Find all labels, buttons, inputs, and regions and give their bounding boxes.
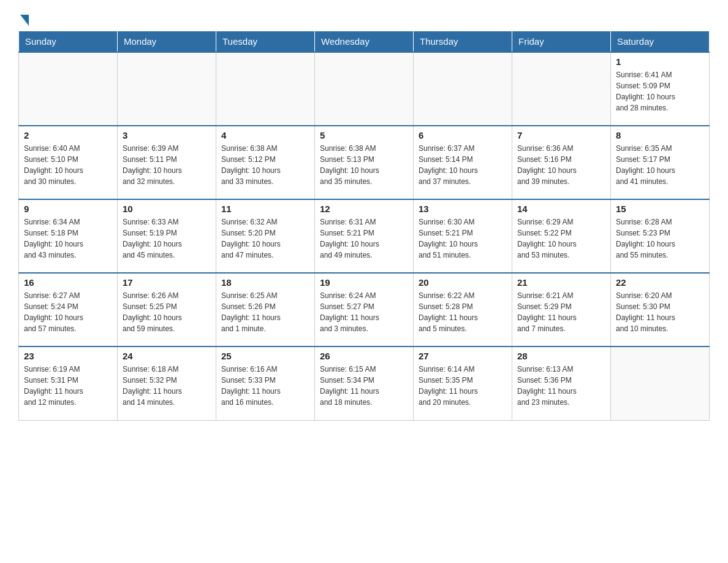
col-header-friday: Friday	[512, 31, 611, 53]
calendar-cell: 15Sunrise: 6:28 AM Sunset: 5:23 PM Dayli…	[611, 199, 710, 273]
day-info: Sunrise: 6:28 AM Sunset: 5:23 PM Dayligh…	[616, 216, 704, 261]
day-number: 21	[517, 277, 605, 288]
col-header-tuesday: Tuesday	[216, 31, 315, 53]
day-info: Sunrise: 6:40 AM Sunset: 5:10 PM Dayligh…	[24, 143, 112, 187]
day-info: Sunrise: 6:22 AM Sunset: 5:28 PM Dayligh…	[419, 290, 507, 334]
calendar-cell: 28Sunrise: 6:13 AM Sunset: 5:36 PM Dayli…	[512, 347, 611, 420]
day-info: Sunrise: 6:33 AM Sunset: 5:19 PM Dayligh…	[123, 216, 211, 261]
calendar-cell: 27Sunrise: 6:14 AM Sunset: 5:35 PM Dayli…	[414, 347, 512, 420]
day-number: 10	[123, 204, 211, 214]
calendar-cell: 9Sunrise: 6:34 AM Sunset: 5:18 PM Daylig…	[19, 199, 118, 273]
calendar-cell: 8Sunrise: 6:35 AM Sunset: 5:17 PM Daylig…	[611, 126, 710, 199]
col-header-monday: Monday	[118, 31, 216, 53]
calendar-cell: 18Sunrise: 6:25 AM Sunset: 5:26 PM Dayli…	[216, 273, 315, 347]
day-info: Sunrise: 6:38 AM Sunset: 5:12 PM Dayligh…	[221, 143, 309, 187]
calendar-cell	[216, 52, 315, 126]
calendar-cell: 16Sunrise: 6:27 AM Sunset: 5:24 PM Dayli…	[19, 273, 118, 347]
day-number: 25	[221, 351, 309, 361]
calendar-cell: 22Sunrise: 6:20 AM Sunset: 5:30 PM Dayli…	[611, 273, 710, 347]
week-row-4: 16Sunrise: 6:27 AM Sunset: 5:24 PM Dayli…	[19, 273, 710, 347]
calendar-cell: 5Sunrise: 6:38 AM Sunset: 5:13 PM Daylig…	[315, 126, 414, 199]
day-number: 15	[616, 204, 704, 214]
day-info: Sunrise: 6:20 AM Sunset: 5:30 PM Dayligh…	[616, 290, 704, 334]
day-info: Sunrise: 6:41 AM Sunset: 5:09 PM Dayligh…	[616, 69, 704, 113]
day-info: Sunrise: 6:15 AM Sunset: 5:34 PM Dayligh…	[320, 364, 408, 408]
day-number: 13	[419, 204, 507, 214]
calendar-cell: 6Sunrise: 6:37 AM Sunset: 5:14 PM Daylig…	[414, 126, 512, 199]
day-info: Sunrise: 6:37 AM Sunset: 5:14 PM Dayligh…	[419, 143, 507, 187]
col-header-sunday: Sunday	[19, 31, 118, 53]
calendar-cell: 24Sunrise: 6:18 AM Sunset: 5:32 PM Dayli…	[118, 347, 216, 420]
day-number: 11	[221, 204, 309, 214]
day-info: Sunrise: 6:39 AM Sunset: 5:11 PM Dayligh…	[123, 143, 211, 187]
calendar-cell: 14Sunrise: 6:29 AM Sunset: 5:22 PM Dayli…	[512, 199, 611, 273]
calendar-cell: 4Sunrise: 6:38 AM Sunset: 5:12 PM Daylig…	[216, 126, 315, 199]
day-info: Sunrise: 6:16 AM Sunset: 5:33 PM Dayligh…	[221, 364, 309, 408]
calendar-cell: 10Sunrise: 6:33 AM Sunset: 5:19 PM Dayli…	[118, 199, 216, 273]
day-info: Sunrise: 6:32 AM Sunset: 5:20 PM Dayligh…	[221, 216, 309, 261]
day-number: 3	[123, 130, 211, 140]
logo	[18, 12, 29, 25]
col-header-wednesday: Wednesday	[315, 31, 414, 53]
day-number: 1	[616, 56, 704, 67]
week-row-2: 2Sunrise: 6:40 AM Sunset: 5:10 PM Daylig…	[19, 126, 710, 199]
day-number: 2	[24, 130, 112, 140]
calendar-cell	[118, 52, 216, 126]
day-info: Sunrise: 6:26 AM Sunset: 5:25 PM Dayligh…	[123, 290, 211, 334]
col-header-saturday: Saturday	[611, 31, 710, 53]
calendar-header-row: SundayMondayTuesdayWednesdayThursdayFrid…	[19, 31, 710, 53]
calendar-cell: 17Sunrise: 6:26 AM Sunset: 5:25 PM Dayli…	[118, 273, 216, 347]
calendar-cell: 7Sunrise: 6:36 AM Sunset: 5:16 PM Daylig…	[512, 126, 611, 199]
day-info: Sunrise: 6:38 AM Sunset: 5:13 PM Dayligh…	[320, 143, 408, 187]
day-info: Sunrise: 6:36 AM Sunset: 5:16 PM Dayligh…	[517, 143, 605, 187]
day-info: Sunrise: 6:35 AM Sunset: 5:17 PM Dayligh…	[616, 143, 704, 187]
day-number: 6	[419, 130, 507, 140]
col-header-thursday: Thursday	[414, 31, 512, 53]
day-info: Sunrise: 6:13 AM Sunset: 5:36 PM Dayligh…	[517, 364, 605, 408]
calendar-cell: 1Sunrise: 6:41 AM Sunset: 5:09 PM Daylig…	[611, 52, 710, 126]
day-info: Sunrise: 6:14 AM Sunset: 5:35 PM Dayligh…	[419, 364, 507, 408]
day-number: 7	[517, 130, 605, 140]
day-info: Sunrise: 6:25 AM Sunset: 5:26 PM Dayligh…	[221, 290, 309, 334]
calendar-cell: 20Sunrise: 6:22 AM Sunset: 5:28 PM Dayli…	[414, 273, 512, 347]
day-number: 26	[320, 351, 408, 361]
day-number: 23	[24, 351, 112, 361]
calendar-table: SundayMondayTuesdayWednesdayThursdayFrid…	[18, 31, 710, 421]
day-number: 18	[221, 277, 309, 288]
day-number: 20	[419, 277, 507, 288]
day-number: 17	[123, 277, 211, 288]
calendar-cell: 26Sunrise: 6:15 AM Sunset: 5:34 PM Dayli…	[315, 347, 414, 420]
day-info: Sunrise: 6:19 AM Sunset: 5:31 PM Dayligh…	[24, 364, 112, 408]
day-number: 28	[517, 351, 605, 361]
day-info: Sunrise: 6:31 AM Sunset: 5:21 PM Dayligh…	[320, 216, 408, 261]
day-info: Sunrise: 6:21 AM Sunset: 5:29 PM Dayligh…	[517, 290, 605, 334]
day-number: 16	[24, 277, 112, 288]
calendar-cell	[611, 347, 710, 420]
day-number: 19	[320, 277, 408, 288]
day-info: Sunrise: 6:24 AM Sunset: 5:27 PM Dayligh…	[320, 290, 408, 334]
day-info: Sunrise: 6:29 AM Sunset: 5:22 PM Dayligh…	[517, 216, 605, 261]
calendar-cell: 19Sunrise: 6:24 AM Sunset: 5:27 PM Dayli…	[315, 273, 414, 347]
day-number: 27	[419, 351, 507, 361]
page-header	[18, 12, 710, 25]
day-number: 14	[517, 204, 605, 214]
day-info: Sunrise: 6:34 AM Sunset: 5:18 PM Dayligh…	[24, 216, 112, 261]
calendar-cell	[414, 52, 512, 126]
day-info: Sunrise: 6:30 AM Sunset: 5:21 PM Dayligh…	[419, 216, 507, 261]
day-number: 8	[616, 130, 704, 140]
week-row-3: 9Sunrise: 6:34 AM Sunset: 5:18 PM Daylig…	[19, 199, 710, 273]
calendar-cell: 11Sunrise: 6:32 AM Sunset: 5:20 PM Dayli…	[216, 199, 315, 273]
calendar-cell	[315, 52, 414, 126]
week-row-5: 23Sunrise: 6:19 AM Sunset: 5:31 PM Dayli…	[19, 347, 710, 420]
day-number: 9	[24, 204, 112, 214]
calendar-cell: 2Sunrise: 6:40 AM Sunset: 5:10 PM Daylig…	[19, 126, 118, 199]
calendar-cell: 23Sunrise: 6:19 AM Sunset: 5:31 PM Dayli…	[19, 347, 118, 420]
day-info: Sunrise: 6:18 AM Sunset: 5:32 PM Dayligh…	[123, 364, 211, 408]
logo-arrow-icon	[20, 15, 29, 26]
calendar-cell: 25Sunrise: 6:16 AM Sunset: 5:33 PM Dayli…	[216, 347, 315, 420]
calendar-cell: 13Sunrise: 6:30 AM Sunset: 5:21 PM Dayli…	[414, 199, 512, 273]
calendar-cell	[512, 52, 611, 126]
day-number: 4	[221, 130, 309, 140]
calendar-cell: 12Sunrise: 6:31 AM Sunset: 5:21 PM Dayli…	[315, 199, 414, 273]
day-info: Sunrise: 6:27 AM Sunset: 5:24 PM Dayligh…	[24, 290, 112, 334]
